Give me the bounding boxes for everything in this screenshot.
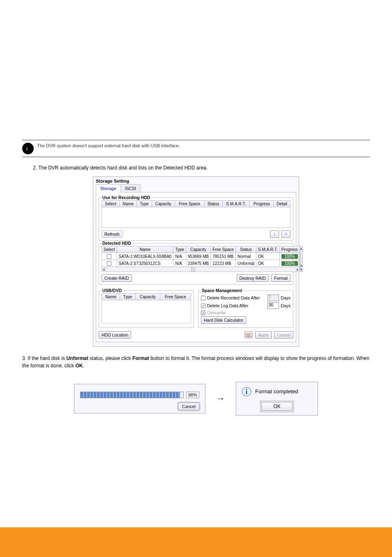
- create-raid-button[interactable]: Create RAID: [101, 274, 132, 282]
- storage-tabs: Storage iSCSI: [96, 184, 296, 193]
- rec-col-capacity[interactable]: Capacity: [152, 201, 175, 207]
- hdd-location-button[interactable]: HDD Location: [99, 331, 131, 339]
- destroy-raid-button[interactable]: Destroy RAID: [237, 274, 269, 282]
- recording-hdd-title: Use for Recording HDD: [101, 195, 151, 200]
- usb-dvd-title: USB/DVD: [101, 288, 122, 293]
- tab-iscsi[interactable]: iSCSI: [120, 184, 141, 192]
- scroll-down-icon[interactable]: ▾: [300, 267, 302, 272]
- delete-log-days-input[interactable]: 30: [267, 302, 279, 309]
- usb-dvd-table: Name Type Capacity Free Space: [101, 293, 191, 300]
- svg-rect-8: [246, 391, 247, 395]
- hdd-calculator-button[interactable]: Hard Disk Calculator: [201, 316, 246, 324]
- row-checkbox[interactable]: [107, 261, 111, 266]
- format-completed-dialog: Format completed OK: [236, 382, 318, 415]
- usb-dvd-group: USB/DVD Name Type Capacity Free Space: [99, 290, 194, 328]
- progress-badge: 100%: [281, 261, 298, 266]
- rec-col-detail[interactable]: Detail: [274, 201, 291, 207]
- format-button[interactable]: Format: [271, 274, 291, 282]
- rec-col-name[interactable]: Name: [120, 201, 137, 207]
- usb-col-name[interactable]: Name: [102, 294, 120, 300]
- svg-text:i: i: [26, 146, 28, 152]
- overwrite-checkbox: [201, 311, 205, 315]
- detected-hdd-table: Select Name Type Capacity Free Space Sta…: [101, 246, 300, 267]
- svg-rect-5: [247, 336, 250, 337]
- usb-col-type[interactable]: Type: [120, 294, 136, 300]
- svg-rect-1: [246, 334, 251, 337]
- recording-hdd-table: Select Name Type Capacity Free Space Sta…: [101, 200, 291, 207]
- svg-rect-2: [247, 334, 247, 335]
- usb-col-freespace[interactable]: Free Space: [160, 294, 191, 300]
- rec-col-smart[interactable]: S.M.A.R.T.: [222, 201, 250, 207]
- det-col-select[interactable]: Select: [102, 246, 117, 253]
- storage-setting-panel: Storage Setting Storage iSCSI Use for Re…: [93, 176, 299, 347]
- format-progress-dialog: 98% Cancel: [74, 384, 205, 413]
- rec-col-type[interactable]: Type: [137, 201, 152, 207]
- arrow-right-icon: →: [216, 393, 225, 404]
- detected-hdd-group: Detected HDD Select Name Type Capacity: [99, 243, 293, 285]
- info-bubble-icon: [241, 386, 252, 397]
- format-completed-ok-button[interactable]: OK: [261, 402, 292, 411]
- step-3: 3. If the hard disk is Unformat status, …: [22, 355, 370, 369]
- det-col-status[interactable]: Status: [235, 246, 256, 253]
- arrow-down-icon: [284, 232, 288, 237]
- det-col-type[interactable]: Type: [173, 246, 186, 253]
- delete-log-checkbox[interactable]: [201, 304, 205, 308]
- det-col-name[interactable]: Name: [117, 246, 173, 253]
- detected-hdd-title: Detected HDD: [101, 241, 132, 246]
- page-footer-bar: [0, 527, 392, 557]
- rec-col-freespace[interactable]: Free Space: [175, 201, 204, 207]
- apply-button[interactable]: Apply: [255, 331, 272, 339]
- svg-rect-4: [249, 334, 250, 335]
- usb-col-capacity[interactable]: Capacity: [136, 294, 160, 300]
- format-progress-percent: 98%: [186, 392, 199, 398]
- svg-point-7: [246, 389, 247, 390]
- keyboard-icon[interactable]: [244, 332, 253, 338]
- cancel-button[interactable]: Cancel: [274, 331, 293, 339]
- rec-col-progress[interactable]: Progress: [250, 201, 274, 207]
- table-row[interactable]: SATA-2:ST3250312CS N/A 238475 MB 12223 M…: [102, 260, 300, 267]
- info-note-bar: i The DVR system doesn't support externa…: [22, 140, 370, 157]
- scroll-left-icon[interactable]: ◂: [102, 267, 106, 272]
- space-management-title: Space Management: [201, 288, 243, 293]
- recording-hdd-group: Use for Recording HDD Select Name Type C…: [99, 197, 293, 241]
- horizontal-scrollbar[interactable]: ◂ ▸: [101, 267, 300, 272]
- move-up-button[interactable]: [270, 230, 279, 238]
- vertical-scrollbar[interactable]: ▴ ▴ ▾: [300, 246, 303, 272]
- format-cancel-button[interactable]: Cancel: [178, 403, 199, 410]
- det-col-freespace[interactable]: Free Space: [211, 246, 236, 253]
- move-down-button[interactable]: [281, 230, 291, 238]
- format-progress-bar: [80, 392, 184, 398]
- refresh-button[interactable]: Refresh: [101, 230, 122, 238]
- storage-setting-title: Storage Setting: [96, 179, 296, 183]
- det-col-capacity[interactable]: Capacity: [186, 246, 211, 253]
- det-col-progress[interactable]: Progress: [279, 246, 300, 253]
- rec-col-status[interactable]: Status: [204, 201, 222, 207]
- det-col-smart[interactable]: S.M.A.R.T.: [256, 246, 280, 253]
- row-checkbox[interactable]: [107, 254, 111, 259]
- format-completed-message: Format completed: [255, 388, 298, 395]
- delete-recorded-checkbox[interactable]: [201, 296, 205, 300]
- arrow-up-icon: [273, 232, 276, 237]
- step-2: 2. The DVR automatically detects hard di…: [22, 165, 370, 172]
- delete-recorded-days-input: 7: [267, 295, 279, 301]
- tab-storage[interactable]: Storage: [96, 184, 121, 193]
- scroll-up-icon[interactable]: ▴: [300, 263, 302, 267]
- scroll-up-icon[interactable]: ▴: [300, 246, 302, 251]
- rec-col-select[interactable]: Select: [102, 201, 120, 207]
- space-management-group: Space Management Delete Recorded Data Af…: [198, 290, 293, 328]
- svg-rect-3: [248, 334, 249, 335]
- scroll-right-icon[interactable]: ▸: [296, 267, 300, 272]
- info-icon: i: [22, 143, 34, 154]
- info-note-text: The DVR system doesn't support external …: [37, 143, 180, 149]
- table-row[interactable]: SATA-1:WD10EALX-559BA0 N/A 953869 MB 785…: [102, 253, 300, 260]
- progress-badge: 100%: [281, 254, 298, 259]
